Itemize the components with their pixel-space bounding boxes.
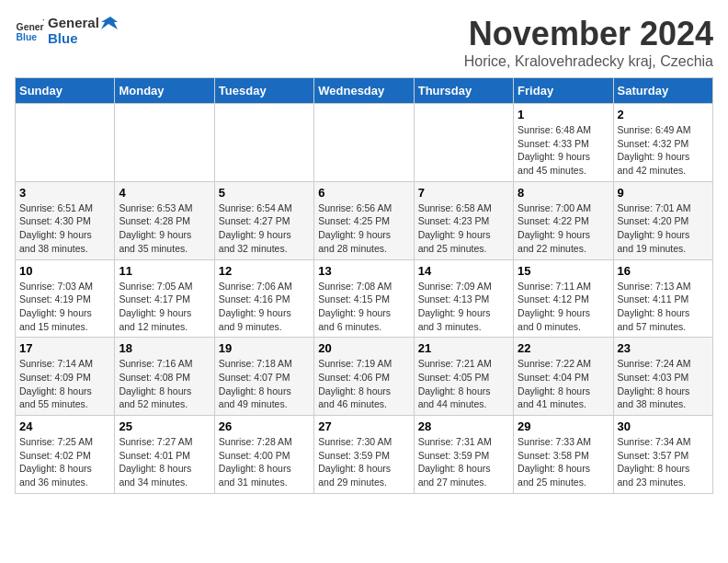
day-header-tuesday: Tuesday <box>214 78 313 104</box>
day-info: Sunrise: 6:51 AM Sunset: 4:30 PM Dayligh… <box>19 201 110 256</box>
day-info: Sunrise: 7:08 AM Sunset: 4:15 PM Dayligh… <box>318 280 409 334</box>
calendar-table: SundayMondayTuesdayWednesdayThursdayFrid… <box>15 77 713 494</box>
day-info: Sunrise: 7:00 AM Sunset: 4:22 PM Dayligh… <box>518 201 609 256</box>
day-cell: 3Sunrise: 6:51 AM Sunset: 4:30 PM Daylig… <box>16 181 115 259</box>
logo-blue: Blue <box>48 30 78 46</box>
day-number: 2 <box>618 108 709 121</box>
day-cell: 26Sunrise: 7:28 AM Sunset: 4:00 PM Dayli… <box>214 416 313 494</box>
day-cell: 18Sunrise: 7:16 AM Sunset: 4:08 PM Dayli… <box>115 338 214 416</box>
week-row-3: 10Sunrise: 7:03 AM Sunset: 4:19 PM Dayli… <box>16 259 713 338</box>
day-cell: 23Sunrise: 7:24 AM Sunset: 4:03 PM Dayli… <box>613 338 712 416</box>
logo-general: General <box>48 15 99 30</box>
day-number: 30 <box>618 419 709 433</box>
day-number: 26 <box>219 419 310 433</box>
week-row-5: 24Sunrise: 7:25 AM Sunset: 4:02 PM Dayli… <box>16 416 713 494</box>
day-number: 17 <box>19 341 110 355</box>
day-cell: 28Sunrise: 7:31 AM Sunset: 3:59 PM Dayli… <box>414 416 513 494</box>
day-info: Sunrise: 6:56 AM Sunset: 4:25 PM Dayligh… <box>318 201 409 256</box>
day-cell: 22Sunrise: 7:22 AM Sunset: 4:04 PM Dayli… <box>514 338 613 416</box>
day-info: Sunrise: 7:09 AM Sunset: 4:13 PM Dayligh… <box>418 280 509 334</box>
day-number: 16 <box>618 264 709 278</box>
day-header-saturday: Saturday <box>613 78 712 104</box>
day-cell: 29Sunrise: 7:33 AM Sunset: 3:58 PM Dayli… <box>514 416 613 494</box>
day-number: 7 <box>418 186 509 200</box>
day-info: Sunrise: 7:11 AM Sunset: 4:12 PM Dayligh… <box>518 280 609 334</box>
day-cell: 7Sunrise: 6:58 AM Sunset: 4:23 PM Daylig… <box>414 181 513 259</box>
day-info: Sunrise: 7:25 AM Sunset: 4:02 PM Dayligh… <box>19 435 110 489</box>
day-number: 24 <box>19 419 110 433</box>
day-info: Sunrise: 7:27 AM Sunset: 4:01 PM Dayligh… <box>119 435 210 489</box>
day-number: 11 <box>119 264 210 278</box>
svg-text:General: General <box>17 21 44 31</box>
day-number: 20 <box>318 341 409 355</box>
day-number: 8 <box>518 186 609 200</box>
day-number: 15 <box>518 264 609 278</box>
day-cell: 2Sunrise: 6:49 AM Sunset: 4:32 PM Daylig… <box>613 104 712 182</box>
day-info: Sunrise: 6:58 AM Sunset: 4:23 PM Dayligh… <box>418 201 509 256</box>
day-number: 27 <box>318 419 409 433</box>
day-info: Sunrise: 7:05 AM Sunset: 4:17 PM Dayligh… <box>119 280 210 334</box>
day-header-sunday: Sunday <box>16 78 115 104</box>
day-info: Sunrise: 7:14 AM Sunset: 4:09 PM Dayligh… <box>19 357 110 411</box>
day-cell: 20Sunrise: 7:19 AM Sunset: 4:06 PM Dayli… <box>314 338 414 416</box>
day-info: Sunrise: 7:18 AM Sunset: 4:07 PM Dayligh… <box>219 357 310 411</box>
week-row-2: 3Sunrise: 6:51 AM Sunset: 4:30 PM Daylig… <box>16 181 713 259</box>
day-info: Sunrise: 7:33 AM Sunset: 3:58 PM Dayligh… <box>518 435 609 489</box>
day-cell: 15Sunrise: 7:11 AM Sunset: 4:12 PM Dayli… <box>514 259 613 338</box>
logo: General Blue General Blue <box>15 15 118 47</box>
day-info: Sunrise: 7:21 AM Sunset: 4:05 PM Dayligh… <box>418 357 509 411</box>
day-cell: 1Sunrise: 6:48 AM Sunset: 4:33 PM Daylig… <box>514 104 613 182</box>
day-number: 1 <box>518 108 609 121</box>
day-number: 14 <box>418 264 509 278</box>
day-cell: 12Sunrise: 7:06 AM Sunset: 4:16 PM Dayli… <box>214 259 313 338</box>
day-header-wednesday: Wednesday <box>314 78 414 104</box>
day-cell: 19Sunrise: 7:18 AM Sunset: 4:07 PM Dayli… <box>214 338 313 416</box>
day-number: 18 <box>119 341 210 355</box>
day-info: Sunrise: 7:03 AM Sunset: 4:19 PM Dayligh… <box>19 280 110 334</box>
day-number: 12 <box>219 264 310 278</box>
day-info: Sunrise: 7:24 AM Sunset: 4:03 PM Dayligh… <box>618 357 709 411</box>
day-info: Sunrise: 7:19 AM Sunset: 4:06 PM Dayligh… <box>318 357 409 411</box>
day-number: 25 <box>119 419 210 433</box>
day-cell: 27Sunrise: 7:30 AM Sunset: 3:59 PM Dayli… <box>314 416 414 494</box>
logo-icon: General Blue <box>15 18 44 44</box>
day-number: 22 <box>518 341 609 355</box>
day-number: 6 <box>318 186 409 200</box>
day-cell: 25Sunrise: 7:27 AM Sunset: 4:01 PM Dayli… <box>115 416 214 494</box>
day-number: 19 <box>219 341 310 355</box>
day-number: 13 <box>318 264 409 278</box>
day-header-monday: Monday <box>115 78 214 104</box>
day-info: Sunrise: 6:53 AM Sunset: 4:28 PM Dayligh… <box>119 201 210 256</box>
day-info: Sunrise: 7:34 AM Sunset: 3:57 PM Dayligh… <box>618 435 709 489</box>
day-cell: 9Sunrise: 7:01 AM Sunset: 4:20 PM Daylig… <box>613 181 712 259</box>
day-cell: 4Sunrise: 6:53 AM Sunset: 4:28 PM Daylig… <box>115 181 214 259</box>
day-cell: 10Sunrise: 7:03 AM Sunset: 4:19 PM Dayli… <box>16 259 115 338</box>
svg-marker-2 <box>42 18 44 20</box>
day-info: Sunrise: 7:30 AM Sunset: 3:59 PM Dayligh… <box>318 435 409 489</box>
day-number: 10 <box>19 264 110 278</box>
day-cell: 17Sunrise: 7:14 AM Sunset: 4:09 PM Dayli… <box>16 338 115 416</box>
day-header-friday: Friday <box>514 78 613 104</box>
day-cell: 8Sunrise: 7:00 AM Sunset: 4:22 PM Daylig… <box>514 181 613 259</box>
day-number: 4 <box>119 186 210 200</box>
day-cell: 24Sunrise: 7:25 AM Sunset: 4:02 PM Dayli… <box>16 416 115 494</box>
day-number: 3 <box>19 186 110 200</box>
day-info: Sunrise: 7:06 AM Sunset: 4:16 PM Dayligh… <box>219 280 310 334</box>
day-info: Sunrise: 6:48 AM Sunset: 4:33 PM Dayligh… <box>518 123 609 178</box>
svg-marker-3 <box>101 17 118 29</box>
day-info: Sunrise: 6:54 AM Sunset: 4:27 PM Dayligh… <box>219 201 310 256</box>
week-row-4: 17Sunrise: 7:14 AM Sunset: 4:09 PM Dayli… <box>16 338 713 416</box>
day-cell <box>214 104 313 182</box>
day-info: Sunrise: 6:49 AM Sunset: 4:32 PM Dayligh… <box>618 123 709 178</box>
day-info: Sunrise: 7:01 AM Sunset: 4:20 PM Dayligh… <box>618 201 709 256</box>
svg-text:Blue: Blue <box>17 32 38 42</box>
day-number: 21 <box>418 341 509 355</box>
month-title: November 2024 <box>464 15 713 53</box>
day-cell: 6Sunrise: 6:56 AM Sunset: 4:25 PM Daylig… <box>314 181 414 259</box>
day-info: Sunrise: 7:28 AM Sunset: 4:00 PM Dayligh… <box>219 435 310 489</box>
day-cell <box>16 104 115 182</box>
week-row-1: 1Sunrise: 6:48 AM Sunset: 4:33 PM Daylig… <box>16 104 713 182</box>
day-cell <box>115 104 214 182</box>
day-cell: 30Sunrise: 7:34 AM Sunset: 3:57 PM Dayli… <box>613 416 712 494</box>
page-header: General Blue General Blue November 2024 … <box>15 15 713 70</box>
